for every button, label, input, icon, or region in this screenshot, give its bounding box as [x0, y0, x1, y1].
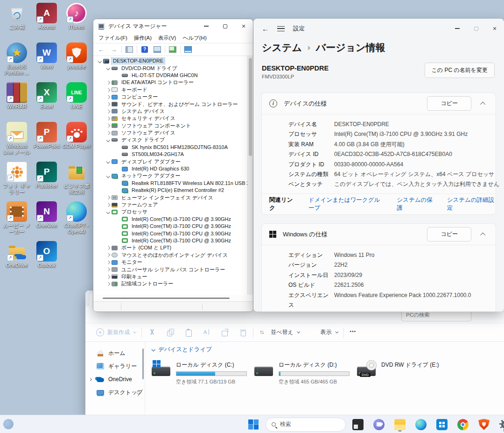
devices-icon[interactable]	[183, 44, 193, 55]
tree-item[interactable]: システム デバイス	[93, 108, 247, 115]
tree-item[interactable]: ST500LM034-2GH17A	[93, 151, 247, 158]
dark-app-icon[interactable]	[349, 417, 367, 432]
desktop-icon[interactable]: ムービー メーカー	[2, 201, 32, 241]
expander-icon[interactable]	[105, 252, 112, 259]
tree-item[interactable]: Intel(R) Core(TM) i3-7100 CPU @ 3.90GHz	[93, 223, 247, 230]
copy-button[interactable]: コピー	[427, 227, 471, 241]
settings-link[interactable]: システムの詳細設定	[447, 196, 496, 212]
expander-icon[interactable]	[115, 223, 122, 230]
menu-item[interactable]: ファイル(F)	[95, 34, 131, 43]
settings-link[interactable]: ドメインまたはワークグループ	[308, 196, 385, 212]
expander-icon[interactable]	[115, 180, 122, 187]
expander-icon[interactable]	[105, 201, 112, 208]
tree-item[interactable]: Intel(R) Core(TM) i3-7100 CPU @ 3.90GHz	[93, 230, 247, 237]
close-button[interactable]: ×	[485, 19, 504, 38]
paste-icon[interactable]	[180, 326, 196, 339]
tree-item[interactable]: DESKTOP-EN0PDRE	[93, 57, 247, 64]
console-tree-icon[interactable]	[124, 44, 134, 55]
chrome-icon[interactable]	[454, 417, 472, 432]
tree-item[interactable]: キーボード	[93, 86, 247, 93]
desktop-icon[interactable]: N OneNote	[32, 201, 62, 241]
rename-pc-button[interactable]: この PC の名前を変更	[425, 63, 495, 78]
rename-icon[interactable]	[198, 326, 215, 339]
desktop-icon[interactable]: ★ EaseUS Partition ...	[2, 43, 32, 82]
cut-icon[interactable]	[144, 326, 160, 339]
tree-item[interactable]: サウンド、ビデオ、およびゲーム コントローラー	[93, 100, 247, 107]
expander-icon[interactable]	[115, 144, 122, 151]
tree-item[interactable]: Intel(R) HD Graphics 630	[93, 165, 247, 172]
expander-icon[interactable]	[105, 273, 112, 280]
expander-icon[interactable]	[105, 194, 112, 201]
expander-icon[interactable]	[105, 280, 112, 287]
back-icon[interactable]: ←	[262, 25, 269, 33]
copy-icon[interactable]	[162, 326, 178, 339]
desktop-icon[interactable]: フォト ギャラリー	[2, 162, 32, 201]
expander-icon[interactable]	[105, 86, 112, 93]
menu-item[interactable]: 操作(A)	[131, 34, 155, 43]
vertical-scrollbar[interactable]	[247, 56, 253, 295]
properties-icon[interactable]	[152, 44, 162, 55]
desktop-icon[interactable]: GOM Player	[62, 122, 91, 162]
tree-item[interactable]: Intel(R) Core(TM) i3-7100 CPU @ 3.90GHz	[93, 237, 247, 244]
sidebar-item[interactable]: デスクトップ	[85, 386, 145, 399]
desktop-icon[interactable]: youtube	[62, 43, 91, 82]
expander-icon[interactable]	[105, 129, 112, 136]
expander-icon[interactable]	[105, 79, 112, 86]
scan-hardware-icon[interactable]	[168, 44, 178, 55]
desktop-icon[interactable]: WinRAR	[2, 82, 32, 122]
expander-icon[interactable]	[105, 158, 112, 165]
expander-icon[interactable]	[105, 108, 112, 115]
chevron-icon[interactable]	[89, 377, 92, 381]
tree-item[interactable]: ファームウェア	[93, 201, 247, 208]
more-button[interactable]	[346, 326, 362, 339]
sidebar-item[interactable]: OneDrive	[85, 373, 145, 386]
expander-icon[interactable]	[105, 136, 112, 143]
tree-item[interactable]: Realtek(R) PCI(e) Ethernet Controller #2	[93, 187, 247, 194]
expander-icon[interactable]	[115, 216, 122, 223]
tree-item[interactable]: コンピューター	[93, 93, 247, 100]
expander-icon[interactable]	[115, 72, 122, 79]
desktop-icon[interactable]: P PowerPoint	[32, 122, 62, 162]
desktop-icon[interactable]: LINE LINE	[62, 82, 91, 122]
devices-and-drives-section[interactable]: デバイスとドライブ	[152, 346, 504, 354]
tree-item[interactable]: IDE ATA/ATAPI コントローラー	[93, 79, 247, 86]
taskbar-search-input[interactable]: 検索	[266, 418, 346, 432]
tree-item[interactable]: Intel(R) Core(TM) i3-7100 CPU @ 3.90GHz	[93, 216, 247, 223]
expander-icon[interactable]	[105, 115, 112, 122]
expander-icon[interactable]	[105, 65, 112, 72]
toolbar-separator[interactable]	[253, 327, 253, 338]
copy-button[interactable]: コピー	[427, 96, 471, 111]
drive-item[interactable]: ローカル ディスク (C:) 空き領域 77.1 GB/119 GB	[152, 360, 249, 385]
close-button[interactable]: ×	[234, 19, 253, 33]
share-icon[interactable]	[217, 326, 233, 339]
view-button[interactable]: 表示	[305, 326, 342, 339]
new-item-button[interactable]: 新規作成	[92, 326, 140, 339]
tree-item[interactable]: ヒューマン インターフェイス デバイス	[93, 194, 247, 201]
file-explorer-icon[interactable]	[391, 417, 409, 432]
expander-icon[interactable]	[105, 172, 112, 179]
desktop-icon[interactable]: ごみ箱	[2, 3, 32, 43]
tree-item[interactable]: モニター	[93, 259, 247, 266]
toolbar-separator[interactable]	[343, 327, 344, 338]
expander-icon[interactable]	[105, 244, 112, 251]
hamburger-menu-icon[interactable]	[277, 26, 285, 31]
tree-item[interactable]: ユニバーサル シリアル バス コントローラー	[93, 266, 247, 273]
chat-icon[interactable]	[370, 417, 388, 432]
desktop-icon[interactable]: Windows Live メール	[2, 122, 32, 162]
tree-item[interactable]: セキュリティ デバイス	[93, 115, 247, 122]
edge-icon[interactable]	[412, 417, 430, 432]
toolbar-separator[interactable]	[141, 327, 142, 338]
menu-item[interactable]: 表示(V)	[155, 34, 179, 43]
toolbar-separator[interactable]	[165, 46, 165, 53]
sidebar-item[interactable]: ホーム	[85, 347, 145, 360]
tree-item[interactable]: マウスとそのほかのポインティング デバイス	[93, 252, 247, 259]
tree-item[interactable]: 印刷キュー	[93, 273, 247, 280]
toolbar-separator[interactable]	[137, 46, 137, 53]
desktop-icon[interactable]: O Outlook	[32, 241, 62, 281]
drive-item[interactable]: ローカル ディスク (D:) 空き領域 465 GB/465 GB	[254, 360, 351, 385]
tree-item[interactable]: ソフトウェア デバイス	[93, 129, 247, 136]
toolbar-separator[interactable]	[180, 46, 181, 53]
expander-icon[interactable]	[105, 259, 112, 266]
maximize-button[interactable]	[216, 19, 234, 33]
expander-icon[interactable]	[115, 165, 122, 172]
